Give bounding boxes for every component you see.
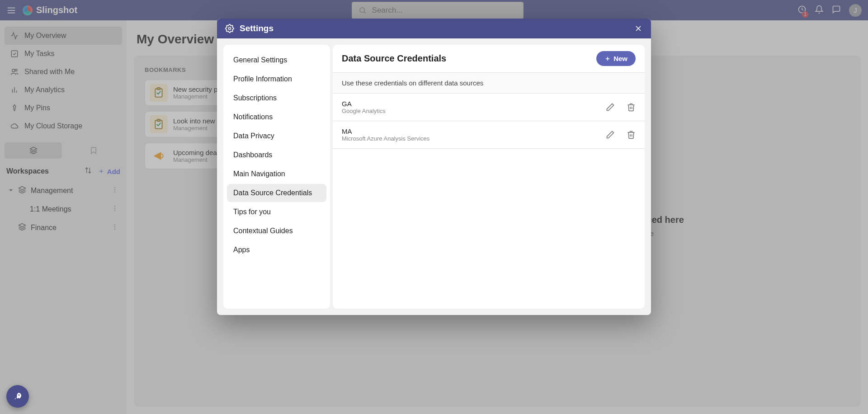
credential-row: MA Microsoft Azure Analysis Services xyxy=(333,121,645,149)
modal-title: Settings xyxy=(240,24,274,33)
settings-nav-item[interactable]: Contextual Guides xyxy=(227,222,326,240)
close-icon[interactable] xyxy=(634,24,643,33)
content-title: Data Source Credentials xyxy=(342,53,446,64)
settings-nav-item[interactable]: Notifications xyxy=(227,108,326,126)
credential-name: GA xyxy=(342,100,386,108)
delete-icon[interactable] xyxy=(627,130,636,139)
settings-modal: Settings General SettingsProfile Informa… xyxy=(217,19,651,315)
credential-name: MA xyxy=(342,127,429,135)
modal-body: General SettingsProfile InformationSubsc… xyxy=(217,38,651,315)
settings-nav-item[interactable]: Data Source Credentials xyxy=(227,184,326,202)
content-header: Data Source Credentials New xyxy=(333,45,645,73)
settings-nav-item[interactable]: Main Navigation xyxy=(227,165,326,183)
modal-overlay: Settings General SettingsProfile Informa… xyxy=(0,0,868,414)
svg-point-36 xyxy=(19,395,20,396)
settings-nav-item[interactable]: Dashboards xyxy=(227,146,326,164)
credential-list: GA Google Analytics MA Microsoft Azure A… xyxy=(333,94,645,149)
credential-row: GA Google Analytics xyxy=(333,94,645,121)
modal-header: Settings xyxy=(217,19,651,38)
gear-icon xyxy=(225,24,234,33)
edit-icon[interactable] xyxy=(606,130,615,139)
settings-nav-item[interactable]: Subscriptions xyxy=(227,89,326,107)
settings-nav-item[interactable]: Profile Information xyxy=(227,70,326,88)
settings-nav-item[interactable]: Data Privacy xyxy=(227,127,326,145)
edit-icon[interactable] xyxy=(606,103,615,112)
plus-icon xyxy=(604,56,611,62)
settings-content: Data Source Credentials New Use these cr… xyxy=(333,45,645,309)
svg-point-31 xyxy=(229,28,231,30)
launcher-fab[interactable] xyxy=(6,385,29,408)
settings-nav-item[interactable]: General Settings xyxy=(227,51,326,69)
content-description: Use these credentials on different data … xyxy=(333,73,645,94)
credential-type: Google Analytics xyxy=(342,108,386,114)
credential-type: Microsoft Azure Analysis Services xyxy=(342,135,429,142)
settings-nav-item[interactable]: Tips for you xyxy=(227,203,326,221)
settings-nav: General SettingsProfile InformationSubsc… xyxy=(223,45,330,309)
delete-icon[interactable] xyxy=(627,103,636,112)
rocket-icon xyxy=(12,391,23,402)
settings-nav-item[interactable]: Apps xyxy=(227,241,326,259)
new-credential-button[interactable]: New xyxy=(596,51,636,66)
